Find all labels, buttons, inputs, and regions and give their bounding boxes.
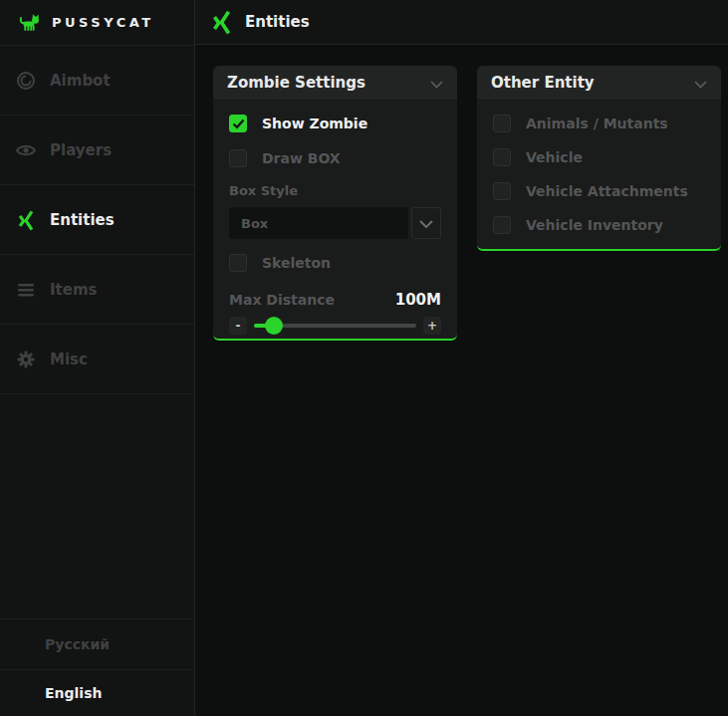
vehicle-inventory-label: Vehicle Inventory [526, 217, 663, 233]
sidebar-item-misc[interactable]: Misc [0, 325, 194, 394]
box-style-select-button[interactable] [411, 207, 441, 239]
vehicle-row: Vehicle [493, 148, 705, 166]
draw-box-row: Draw BOX [229, 149, 441, 167]
show-zombie-checkbox[interactable] [229, 115, 247, 132]
max-distance-slider-row: - + [229, 317, 441, 335]
panel-title: Other Entity [491, 74, 595, 92]
other-entity-header[interactable]: Other Entity [477, 66, 721, 101]
skeleton-label: Skeleton [262, 255, 331, 271]
sidebar: PUSSYCAT Aimbot Players [0, 0, 195, 716]
chevron-down-icon [419, 214, 433, 233]
other-entity-panel: Other Entity Animals / Mutants Vehicle V… [477, 66, 721, 251]
max-distance-label: Max Distance [229, 292, 335, 308]
page-title: Entities [245, 13, 310, 31]
zombie-settings-header[interactable]: Zombie Settings [213, 66, 457, 101]
crosshair-icon [15, 70, 37, 92]
vehicle-attachments-row: Vehicle Attachments [493, 182, 705, 200]
sidebar-item-players[interactable]: Players [0, 116, 194, 185]
language-english[interactable]: English [0, 669, 194, 716]
vehicle-label: Vehicle [526, 149, 583, 165]
zombie-settings-panel: Zombie Settings Show Zombie Draw BOX Box… [213, 66, 457, 341]
sidebar-item-label: Misc [50, 351, 88, 368]
box-style-select-row: Box [229, 207, 441, 239]
sidebar-nav: Aimbot Players Entities [0, 46, 194, 394]
box-style-label: Box Style [229, 183, 441, 198]
max-distance-thumb[interactable] [265, 317, 283, 335]
eye-icon [15, 139, 37, 161]
animals-mutants-checkbox[interactable] [493, 115, 511, 132]
max-distance-value: 100M [395, 291, 441, 309]
x-logo-icon [209, 9, 234, 35]
animals-mutants-label: Animals / Mutants [526, 116, 668, 131]
chevron-down-icon[interactable] [430, 74, 443, 93]
sidebar-item-entities[interactable]: Entities [0, 185, 194, 255]
max-distance-decrease-button[interactable]: - [229, 317, 247, 335]
draw-box-checkbox[interactable] [229, 149, 247, 167]
x-logo-icon [15, 209, 37, 231]
other-entity-body: Animals / Mutants Vehicle Vehicle Attach… [477, 101, 721, 251]
max-distance-slider[interactable] [254, 317, 416, 335]
sidebar-item-aimbot[interactable]: Aimbot [0, 46, 194, 116]
brand: PUSSYCAT [0, 0, 194, 46]
draw-box-label: Draw BOX [262, 150, 341, 166]
vehicle-inventory-row: Vehicle Inventory [493, 216, 705, 234]
menu-icon [15, 279, 37, 301]
cat-logo-icon [18, 11, 41, 34]
language-switcher: Русский English [0, 618, 194, 716]
skeleton-row: Skeleton [229, 254, 441, 272]
sidebar-item-label: Items [50, 281, 97, 299]
skeleton-checkbox[interactable] [229, 254, 247, 272]
max-distance-header: Max Distance 100M [229, 291, 441, 309]
max-distance-increase-button[interactable]: + [423, 317, 441, 335]
brand-name: PUSSYCAT [52, 15, 154, 30]
topbar: Entities [195, 0, 728, 45]
chevron-down-icon[interactable] [694, 74, 707, 93]
box-style-select[interactable]: Box [229, 207, 408, 239]
sidebar-item-label: Players [50, 141, 112, 159]
vehicle-attachments-checkbox[interactable] [493, 182, 511, 200]
vehicle-checkbox[interactable] [493, 148, 511, 166]
show-zombie-label: Show Zombie [262, 116, 367, 131]
panel-title: Zombie Settings [227, 74, 365, 92]
sidebar-item-label: Aimbot [50, 72, 111, 90]
vehicle-attachments-label: Vehicle Attachments [526, 183, 688, 199]
language-russian[interactable]: Русский [0, 618, 194, 669]
vehicle-inventory-checkbox[interactable] [493, 216, 511, 234]
animals-mutants-row: Animals / Mutants [493, 115, 705, 132]
sidebar-item-label: Entities [50, 211, 115, 229]
gear-icon [15, 349, 37, 370]
sidebar-item-items[interactable]: Items [0, 255, 194, 325]
zombie-settings-body: Show Zombie Draw BOX Box Style Box Skele… [213, 101, 457, 341]
show-zombie-row: Show Zombie [229, 115, 441, 132]
